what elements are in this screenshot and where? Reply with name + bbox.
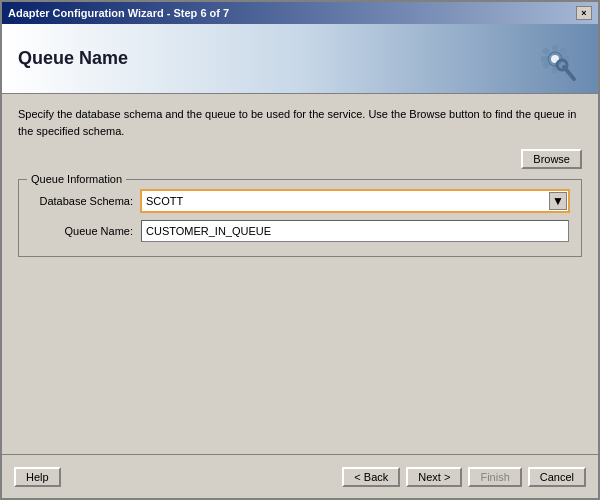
browse-button[interactable]: Browse [521,149,582,169]
description-text: Specify the database schema and the queu… [18,106,582,139]
queue-name-input[interactable] [141,220,569,242]
queue-name-wrapper [141,220,569,242]
header-banner: Queue Name [2,24,598,94]
db-schema-select[interactable]: SCOTT [141,190,569,212]
queue-name-label: Queue Name: [31,225,141,237]
db-schema-label: Database Schema: [31,195,141,207]
queue-name-row: Queue Name: [31,220,569,242]
gear-icon [528,32,582,86]
db-schema-row: Database Schema: SCOTT ▼ [31,190,569,212]
finish-button: Finish [468,467,521,487]
title-bar: Adapter Configuration Wizard - Step 6 of… [2,2,598,24]
close-button[interactable]: × [576,6,592,20]
db-schema-select-wrapper: SCOTT ▼ [141,190,569,212]
svg-rect-5 [541,56,547,62]
db-schema-wrapper: SCOTT ▼ [141,190,569,212]
svg-rect-3 [552,45,558,51]
content-area: Specify the database schema and the queu… [2,94,598,454]
next-button[interactable]: Next > [406,467,462,487]
cancel-button[interactable]: Cancel [528,467,586,487]
footer-nav-buttons: < Back Next > Finish Cancel [342,467,586,487]
window-title: Adapter Configuration Wizard - Step 6 of… [8,7,229,19]
queue-info-group: Queue Information Database Schema: SCOTT… [18,179,582,257]
footer: Help < Back Next > Finish Cancel [2,454,598,498]
browse-row: Browse [18,149,582,169]
page-title: Queue Name [18,48,128,69]
group-legend: Queue Information [27,173,126,185]
help-button[interactable]: Help [14,467,61,487]
wizard-window: Adapter Configuration Wizard - Step 6 of… [0,0,600,500]
back-button[interactable]: < Back [342,467,400,487]
